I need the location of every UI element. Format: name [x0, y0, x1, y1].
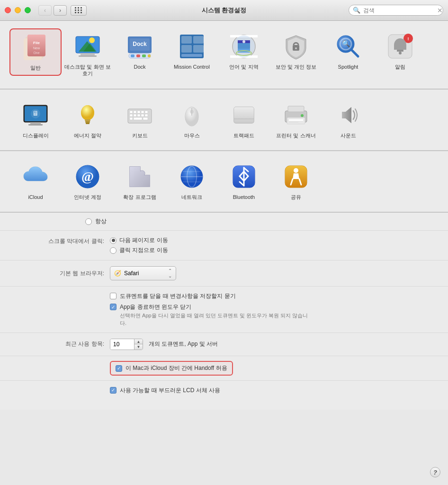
search-box[interactable]: 🔍 ✕: [349, 5, 443, 16]
always-radio[interactable]: [85, 218, 92, 225]
svg-rect-65: [145, 111, 148, 113]
svg-text:!: !: [408, 36, 409, 41]
svg-text:Dock: Dock: [133, 41, 147, 47]
icon-extensions[interactable]: 확장 프로그램: [114, 159, 166, 204]
svg-rect-69: [141, 114, 144, 117]
svg-rect-18: [142, 54, 146, 57]
handoff-row: ✓ 이 Mac과 iCloud 장비 간에 Handoff 허용: [0, 356, 448, 381]
icon-bluetooth-label: Bluetooth: [233, 194, 255, 200]
settings-panel: 항상 스크롤 막대에서 클릭: 다음 페이지로 이동 클릭 지점으로 이동 기본…: [0, 213, 448, 410]
icons-section-row3: iCloud @ 인터넷 계정: [0, 151, 448, 212]
browser-select[interactable]: 🧭 Safari ⌃⌄: [110, 266, 176, 280]
search-input[interactable]: [363, 7, 434, 14]
icon-sound[interactable]: 사운드: [322, 97, 374, 143]
recent-stepper[interactable]: ▲ ▼: [110, 339, 143, 350]
recent-input[interactable]: [110, 339, 134, 350]
handoff-option[interactable]: ✓ 이 Mac과 iCloud 장비 간에 Handoff 허용: [110, 361, 233, 376]
forward-button[interactable]: ›: [54, 5, 67, 16]
minimize-button[interactable]: [15, 7, 21, 13]
icon-trackpad[interactable]: 트랙패드: [218, 97, 270, 143]
svg-rect-23: [181, 36, 192, 44]
icon-spotlight[interactable]: 🔍 Spotlight: [322, 28, 374, 74]
scrollbar-option-2-label: 클릭 지점으로 이동: [119, 246, 168, 254]
svg-line-42: [352, 50, 358, 56]
handoff-checkbox[interactable]: ✓: [116, 365, 122, 372]
icloud-icon: [21, 162, 50, 191]
checkbox-group: 도큐멘트를 닫을 때 변경사항을 저장할지 묻기 ✓ App을 종료하면 윈도우…: [110, 292, 309, 327]
recent-row: 최근 사용 항목: ▲ ▼ 개의 도큐멘트, App 및 서버: [0, 333, 448, 356]
always-row: 항상: [0, 213, 448, 231]
icon-desktop-label: 데스크탑 및 화면 보호기: [64, 63, 111, 77]
nav-buttons: ‹ ›: [38, 5, 67, 16]
icon-dock-label: Dock: [134, 63, 145, 70]
checkbox-2-label: App을 종료하면 윈도우 닫기: [120, 303, 309, 311]
handoff-label: 이 Mac과 iCloud 장비 간에 Handoff 허용: [125, 364, 227, 372]
icon-energy[interactable]: 에너지 절약: [62, 97, 114, 143]
help-button[interactable]: ?: [430, 467, 440, 477]
stepper-up-button[interactable]: ▲: [134, 339, 143, 345]
svg-rect-71: [130, 117, 133, 120]
notifications-icon: !: [386, 32, 414, 61]
icon-printers[interactable]: 프린터 및 스캐너: [270, 97, 322, 143]
browser-row: 기본 웹 브라우저: 🧭 Safari ⌃⌄: [0, 260, 448, 287]
icon-network[interactable]: 네트워크: [166, 159, 218, 204]
icon-internet[interactable]: @ 인터넷 계정: [62, 159, 114, 204]
svg-point-56: [81, 105, 94, 120]
icons-row-3: iCloud @ 인터넷 계정: [9, 159, 439, 204]
scrollbar-option-1-label: 다음 페이지로 이동: [119, 236, 168, 244]
keyboard-icon: [125, 101, 154, 129]
scrollbar-radio-2[interactable]: [110, 247, 116, 254]
svg-rect-64: [141, 111, 144, 113]
icon-mission-label: Mission Control: [174, 63, 210, 70]
titlebar: ‹ › 시스템 환경설정 🔍 ✕: [0, 0, 448, 21]
svg-text:@: @: [81, 169, 94, 184]
icon-sharing-label: 공유: [291, 194, 301, 200]
checkbox-1[interactable]: [110, 293, 116, 299]
icon-dock[interactable]: Dock Dock: [114, 28, 166, 74]
lcd-checkbox-item[interactable]: ✓ 사용 가능할 때 부드러운 LCD 서체 사용: [110, 386, 220, 395]
mouse-icon: [178, 101, 206, 129]
icon-mouse[interactable]: 마우스: [166, 97, 218, 143]
icon-language[interactable]: 언어 및 지역: [218, 28, 270, 74]
icon-network-label: 네트워크: [181, 194, 202, 200]
close-button[interactable]: [5, 7, 11, 13]
safari-icon: 🧭: [114, 270, 121, 277]
scrollbar-option-1[interactable]: 다음 페이지로 이동: [110, 236, 168, 244]
traffic-lights: [5, 7, 31, 13]
scrollbar-radio-1[interactable]: [110, 237, 116, 244]
icon-displays[interactable]: 🖥 디스플레이: [9, 97, 62, 143]
search-clear-button[interactable]: ✕: [437, 7, 443, 14]
icons-section-row2: 🖥 디스플레이: [0, 90, 448, 151]
stepper-down-button[interactable]: ▼: [134, 344, 143, 350]
icon-sharing[interactable]: 공유: [270, 159, 322, 204]
icon-mission[interactable]: Mission Control: [166, 28, 218, 74]
svg-rect-57: [85, 119, 90, 121]
grid-view-button[interactable]: [71, 5, 87, 16]
icon-bluetooth[interactable]: Bluetooth: [218, 159, 270, 204]
checkbox-2[interactable]: ✓: [110, 304, 116, 310]
icon-general[interactable]: File New One 일반: [9, 28, 62, 76]
back-button[interactable]: ‹: [38, 5, 52, 16]
lcd-checkbox[interactable]: ✓: [110, 387, 116, 394]
icon-icloud[interactable]: iCloud: [9, 159, 62, 204]
checkbox-2-item[interactable]: ✓ App을 종료하면 윈도우 닫기 선택하면 App을 다시 열었을 때 열려…: [110, 303, 309, 327]
svg-point-47: [399, 52, 402, 54]
sound-icon: [334, 101, 362, 129]
icon-notifications[interactable]: ! 알림: [374, 28, 426, 74]
icons-section-row1: File New One 일반: [0, 21, 448, 89]
icon-security[interactable]: 보안 및 개인 정보: [270, 28, 322, 74]
scrollbar-label: 스크롤 막대에서 클릭:: [28, 236, 104, 245]
browser-select-inner: 🧭 Safari: [114, 270, 139, 277]
browser-label: 기본 웹 브라우저:: [28, 269, 104, 278]
extensions-icon: [125, 162, 154, 191]
svg-rect-84: [289, 119, 303, 121]
svg-rect-17: [136, 54, 140, 57]
icon-desktop[interactable]: 데스크탑 및 화면 보호기: [62, 28, 114, 81]
icon-spotlight-label: Spotlight: [338, 63, 358, 70]
maximize-button[interactable]: [25, 7, 31, 13]
checkbox-1-item[interactable]: 도큐멘트를 닫을 때 변경사항을 저장할지 묻기: [110, 292, 309, 300]
always-label: 항상: [95, 217, 107, 225]
icon-keyboard[interactable]: 키보드: [114, 97, 166, 143]
scrollbar-option-2[interactable]: 클릭 지점으로 이동: [110, 246, 168, 254]
svg-rect-68: [137, 114, 140, 117]
